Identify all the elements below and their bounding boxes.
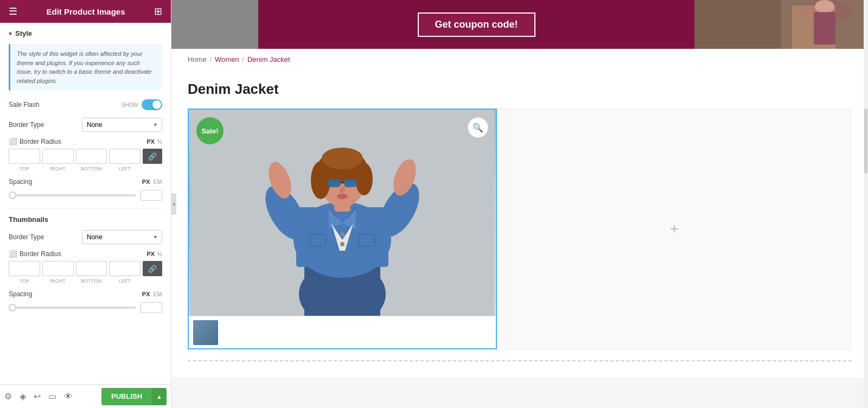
breadcrumb-sep-1: / [210, 56, 212, 63]
grid-icon[interactable]: ⊞ [154, 5, 162, 17]
svg-point-4 [815, 0, 834, 13]
svg-point-35 [337, 194, 348, 199]
spacing-slider[interactable] [9, 194, 136, 196]
thumb-border-radius-right[interactable] [42, 261, 74, 276]
thumb-spacing-em[interactable]: EM [154, 291, 163, 297]
hamburger-icon[interactable]: ☰ [9, 5, 17, 17]
add-column-icon[interactable]: + [670, 220, 679, 238]
spacing-slider-row [9, 190, 162, 201]
breadcrumb-home[interactable]: Home [188, 55, 207, 63]
border-type-label: Border Type [9, 121, 44, 129]
border-radius-labels: TOP RIGHT BOTTOM LEFT [9, 166, 162, 171]
sale-flash-row: Sale Flash SHOW [9, 99, 162, 110]
thumb-border-type-label: Border Type [9, 233, 44, 241]
percent-unit[interactable]: % [157, 138, 162, 145]
section-divider [9, 208, 162, 209]
border-radius-text: Border Radius [20, 138, 61, 145]
border-radius-bottom[interactable] [76, 149, 107, 164]
panel-body: ▾ Style The style of this widget is ofte… [0, 23, 171, 384]
thumbnail-1[interactable] [193, 320, 218, 345]
product-title: Denim Jacket [188, 81, 852, 98]
border-radius-units: PX % [147, 138, 162, 145]
sale-flash-label: Sale Flash [9, 101, 40, 109]
border-radius-link-btn[interactable]: 🔗 [143, 149, 162, 164]
thumb-border-radius-bottom[interactable] [76, 261, 107, 276]
spacing-px[interactable]: PX [142, 178, 150, 185]
svg-point-15 [340, 232, 344, 237]
thumb-px-unit[interactable]: PX [147, 251, 155, 257]
px-unit[interactable]: PX [147, 138, 155, 145]
svg-point-26 [311, 161, 330, 199]
svg-rect-29 [328, 179, 341, 187]
banner-right [694, 0, 868, 49]
svg-rect-5 [814, 12, 835, 44]
svg-point-16 [340, 242, 344, 246]
border-radius-top[interactable] [9, 149, 40, 164]
layers-icon[interactable]: ◈ [20, 391, 26, 401]
publish-button[interactable]: PUBLISH [101, 388, 152, 405]
coupon-button[interactable]: Get coupon code! [418, 12, 535, 37]
main-image-container: Sale! 🔍 [188, 109, 497, 349]
scrollbar-thumb[interactable] [864, 109, 867, 174]
thumb-border-radius-link-btn[interactable]: 🔗 [143, 261, 162, 276]
border-radius-inputs: 🔗 [9, 149, 162, 164]
preview-icon[interactable]: 👁 [64, 392, 73, 401]
border-radius-label: ⬜ Border Radius [9, 137, 61, 145]
breadcrumb-product[interactable]: Denim Jacket [247, 55, 290, 63]
border-radius-right[interactable] [42, 149, 74, 164]
spacing-value[interactable] [141, 190, 162, 201]
thumb-spacing-value[interactable] [141, 302, 162, 313]
sale-flash-toggle-container: SHOW [122, 99, 162, 110]
thumb-border-type-select[interactable]: None Solid Dotted Dashed Double Groove [82, 230, 162, 244]
collapse-handle[interactable]: ◂ [171, 193, 176, 215]
publish-dropdown-button[interactable]: ▲ [152, 388, 167, 405]
thumb-spacing-units: PX EM [142, 291, 162, 297]
style-section-header[interactable]: ▾ Style [9, 29, 162, 37]
thumb-monitor-icon: ⬜ [9, 250, 17, 258]
thumb-border-radius-inputs: 🔗 [9, 261, 162, 276]
product-area: Denim Jacket Sale! 🔍 [171, 70, 868, 378]
style-section-title: Style [15, 29, 32, 37]
thumb-spacing-header: Spacing PX EM [9, 290, 162, 298]
thumb-spacing-px[interactable]: PX [142, 291, 150, 297]
thumb-spacing-slider[interactable] [9, 307, 136, 309]
info-text: The style of this widget is often affect… [17, 49, 156, 85]
spacing-header: Spacing PX EM [9, 178, 162, 186]
main-area: Get coupon code! Home / Women / Denim Ja… [171, 0, 868, 408]
border-radius-left[interactable] [109, 149, 141, 164]
sale-badge: Sale! [196, 117, 224, 144]
thumb-border-radius-units: PX % [147, 251, 162, 257]
spacing-label: Spacing [9, 178, 32, 186]
thumb-border-radius-left[interactable] [109, 261, 141, 276]
thumb-border-radius-top[interactable] [9, 261, 40, 276]
settings-icon[interactable]: ⚙ [4, 391, 12, 401]
thumb-border-type-row: Border Type None Solid Dotted Dashed Dou… [9, 230, 162, 244]
breadcrumb-sep-2: / [242, 56, 244, 63]
svg-point-34 [340, 187, 345, 193]
thumb-border-radius-text: Border Radius [20, 250, 61, 258]
publish-btn-group: PUBLISH ▲ [101, 388, 167, 405]
thumb-right-label: RIGHT [42, 278, 74, 284]
thumb-spacing-label: Spacing [9, 290, 32, 298]
banner-right-image [694, 0, 868, 49]
left-label: LEFT [109, 166, 141, 171]
border-type-select[interactable]: None Solid Dotted Dashed Double Groove [82, 118, 162, 132]
panel-title: Edit Product Images [46, 7, 125, 16]
scrollbar-track [864, 0, 868, 408]
thumb-percent-unit[interactable]: % [157, 251, 162, 257]
border-type-row: Border Type None Solid Dotted Dashed Dou… [9, 118, 162, 132]
device-icon[interactable]: ▭ [48, 391, 56, 401]
thumbnail-strip [189, 316, 496, 348]
breadcrumb-women[interactable]: Women [215, 55, 239, 63]
spacing-units: PX EM [142, 178, 162, 185]
spacing-em[interactable]: EM [154, 178, 163, 185]
sale-flash-toggle[interactable] [142, 99, 162, 110]
thumb-border-radius-header: ⬜ Border Radius PX % [9, 250, 162, 258]
footer-icons: ⚙ ◈ ↩ ▭ 👁 [4, 391, 73, 401]
zoom-button[interactable]: 🔍 [468, 117, 488, 138]
panel-header: ☰ Edit Product Images ⊞ [0, 0, 171, 23]
svg-rect-1 [694, 0, 781, 49]
product-image-svg [189, 110, 496, 316]
content-area: Home / Women / Denim Jacket Denim Jacket… [171, 49, 868, 378]
history-icon[interactable]: ↩ [34, 391, 41, 401]
